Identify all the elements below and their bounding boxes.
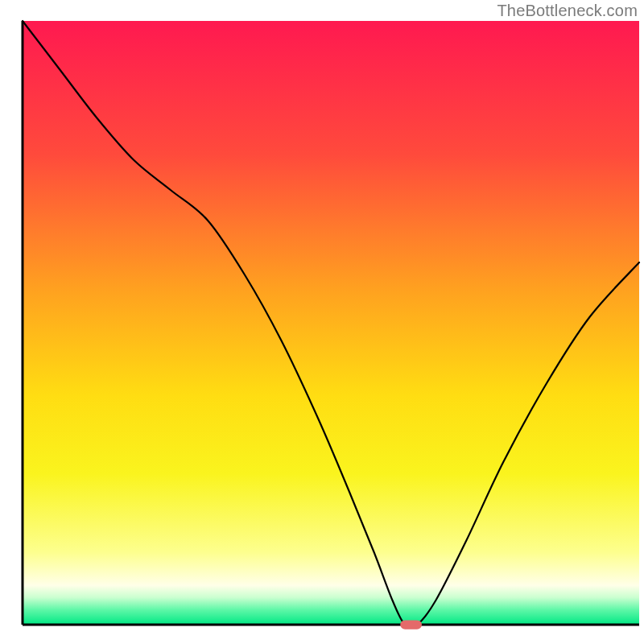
watermark-text: TheBottleneck.com	[497, 2, 638, 20]
plot-background	[23, 21, 639, 625]
bottleneck-chart	[0, 0, 644, 644]
optimal-marker	[400, 620, 422, 629]
chart-container: TheBottleneck.com	[0, 0, 644, 644]
